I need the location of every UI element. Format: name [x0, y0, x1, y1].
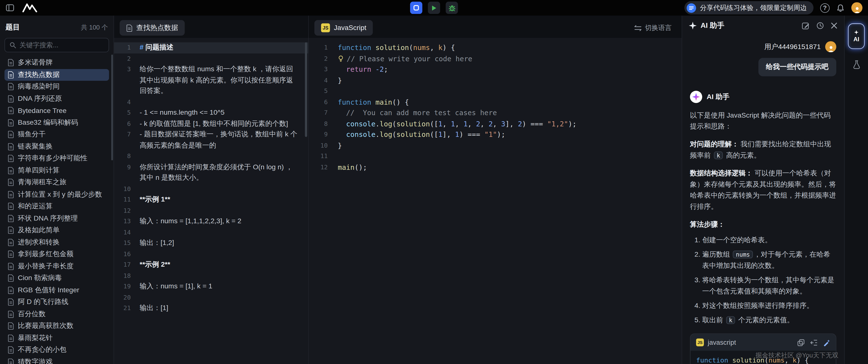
sidebar-item[interactable]: 计算位置 x 到 y 的最少步数 — [4, 188, 109, 200]
line-number: 9 — [114, 162, 140, 183]
problem-scrollbar[interactable] — [305, 42, 307, 137]
editor-content[interactable]: 1function solution(nums, k) {2// Please … — [309, 38, 682, 364]
new-chat-icon[interactable] — [802, 22, 810, 30]
code-line[interactable]: 4} — [309, 75, 682, 86]
sidebar-item[interactable]: 猜数字游戏 — [4, 356, 109, 364]
sidebar-item[interactable]: 进制求和转换 — [4, 236, 109, 248]
bell-icon — [836, 4, 845, 12]
tab-problem[interactable]: 查找热点数据 — [120, 20, 185, 36]
sidebar-item[interactable]: 比赛最高获胜次数 — [4, 320, 109, 332]
marscode-logo[interactable] — [22, 3, 37, 12]
search-input[interactable] — [20, 41, 104, 49]
sidebar-item-label: 百分位数 — [18, 309, 45, 319]
history-icon[interactable] — [816, 22, 824, 30]
problem-panel: 查找热点数据 1# 问题描述23给你一个整数数组 nums 和一个整数 k ，请… — [114, 16, 309, 364]
code-line[interactable]: 7 // You can add more test cases here — [309, 107, 682, 118]
line-number: 10 — [309, 140, 338, 151]
code-line[interactable]: 5 — [309, 86, 682, 97]
sidebar-item[interactable]: Cion 勒索病毒 — [4, 272, 109, 284]
lightbulb-icon[interactable] — [338, 55, 344, 62]
code-line[interactable]: 1function solution(nums, k) { — [309, 42, 682, 53]
tab-javascript[interactable]: JS JavaScript — [314, 20, 373, 36]
problem-line: 11**示例 1** — [114, 194, 308, 205]
sidebar-item-label: 环状 DNA 序列整理 — [18, 214, 78, 223]
apply-code-icon[interactable] — [823, 339, 830, 346]
doc-icon — [8, 119, 14, 126]
ai-sparkle-icon — [689, 22, 696, 30]
line-number: 19 — [114, 281, 140, 292]
sidebar-item[interactable]: Base32 编码和解码 — [4, 117, 109, 128]
sidebar-item-label: 暴雨梨花针 — [18, 333, 53, 343]
sidebar-item[interactable]: 百分位数 — [4, 308, 109, 320]
sidebar-item[interactable]: 病毒感染时间 — [4, 81, 109, 93]
sidebar-item[interactable]: Bytedance Tree — [4, 105, 109, 117]
help-button[interactable]: ? — [820, 3, 830, 13]
sidebar-item[interactable]: 最小替换子串长度 — [4, 260, 109, 272]
doc-icon — [8, 83, 14, 91]
line-number: 8 — [114, 151, 140, 162]
code-line[interactable]: 8 console.log(solution([1, 1, 1, 2, 2, 3… — [309, 118, 682, 129]
ai-panel-title: AI 助手 — [701, 21, 724, 30]
insert-code-icon[interactable] — [810, 339, 817, 346]
code-line[interactable]: 3 return -2; — [309, 64, 682, 75]
sidebar-toggle-icon[interactable] — [6, 3, 14, 12]
sidebar-item[interactable]: 字符串有多少种可能性 — [4, 152, 109, 164]
sidebar-item[interactable]: 和的逆运算 — [4, 201, 109, 212]
code-line[interactable]: 9 console.log(solution([1], 1) === "1"); — [309, 129, 682, 140]
sidebar-title: 题目 — [6, 22, 20, 32]
ai-rail-button[interactable]: AI — [848, 23, 865, 49]
promo-banner[interactable]: 分享代码练习体验，领限量定制周边 — [684, 1, 813, 14]
sidebar-item[interactable]: 猫鱼分干 — [4, 128, 109, 141]
sidebar-item[interactable]: RGB 色值转 Integer — [4, 284, 109, 296]
close-icon[interactable] — [831, 22, 837, 29]
doc-icon — [8, 95, 14, 102]
run-button[interactable] — [428, 2, 440, 14]
debug-button[interactable] — [446, 2, 458, 14]
sidebar-item-label: DNA 序列还原 — [18, 94, 62, 103]
sidebar-item-label: 最小替换子串长度 — [18, 262, 73, 271]
ai-assistant-avatar — [690, 91, 702, 103]
sidebar-item[interactable]: 拿到最多红包金额 — [4, 248, 109, 260]
sidebar-item[interactable]: 链表聚集换 — [4, 141, 109, 152]
sidebar-item[interactable]: 阿 D 的飞行路线 — [4, 296, 109, 308]
problem-line-text — [140, 270, 308, 281]
sidebar-item-label: 青海湖租车之旅 — [18, 178, 67, 187]
problem-line: 18 — [114, 270, 308, 281]
switch-language-button[interactable]: 切换语言 — [634, 23, 676, 33]
lab-flask-icon[interactable] — [852, 60, 861, 69]
problem-line: 5- 1 <= nums.length <= 10^5 — [114, 107, 308, 118]
doc-icon — [8, 358, 14, 364]
code-line[interactable]: 6function main() { — [309, 97, 682, 108]
doc-icon — [8, 287, 14, 294]
copy-icon[interactable] — [797, 339, 805, 346]
code-line[interactable]: 2// Please write your code here — [309, 53, 682, 64]
problem-line-text — [140, 227, 308, 238]
code-line[interactable]: 10} — [309, 140, 682, 151]
code-line[interactable]: 11 — [309, 151, 682, 162]
problem-sidebar: 题目 共 100 个 多米诺骨牌查找热点数据病毒感染时间DNA 序列还原Byte… — [0, 16, 114, 364]
search-box[interactable] — [4, 38, 109, 52]
tab-problem-label: 查找热点数据 — [136, 23, 178, 33]
sidebar-item[interactable]: 青海湖租车之旅 — [4, 176, 109, 188]
sidebar-item-label: 字符串有多少种可能性 — [18, 154, 87, 163]
sidebar-item[interactable]: 多米诺骨牌 — [4, 57, 109, 69]
ai-step: 取出前 k 个元素的元素值。 — [702, 314, 836, 326]
sidebar-item[interactable]: 简单四则计算 — [4, 164, 109, 176]
sidebar-item[interactable]: 不再贪心的小包 — [4, 344, 109, 356]
sidebar-item[interactable]: DNA 序列还原 — [4, 93, 109, 105]
code-line[interactable]: 12main(); — [309, 162, 682, 173]
person-icon — [854, 6, 861, 13]
user-avatar[interactable] — [851, 2, 863, 13]
sidebar-item[interactable]: 查找热点数据 — [4, 69, 109, 81]
deploy-button[interactable] — [410, 2, 422, 14]
notifications-button[interactable] — [836, 4, 845, 12]
sidebar-item[interactable]: 环状 DNA 序列整理 — [4, 212, 109, 224]
problem-line-text — [140, 97, 308, 108]
ai-steps-list: 创建一个空的哈希表。遍历数组 nums，对于每个元素，在哈希表中增加其出现的次数… — [690, 235, 836, 326]
sidebar-item[interactable]: 及格如此简单 — [4, 224, 109, 236]
sidebar-item-label: 和的逆运算 — [18, 202, 53, 211]
sidebar-item[interactable]: 暴雨梨花针 — [4, 332, 109, 344]
doc-icon — [8, 71, 14, 79]
sidebar-scrollbar[interactable] — [111, 55, 113, 160]
sidebar-item-label: 进制求和转换 — [18, 238, 60, 247]
